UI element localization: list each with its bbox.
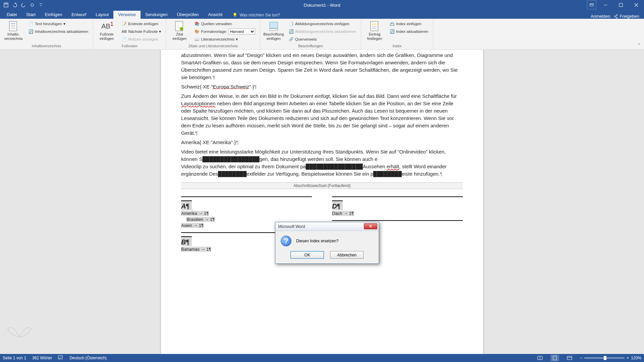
web-layout-button[interactable]	[565, 355, 574, 361]
tab-layout[interactable]: Layout	[91, 11, 113, 19]
tell-me-placeholder: Was möchten Sie tun?	[239, 13, 280, 17]
update-index-button[interactable]: 🔄Index aktualisieren	[387, 28, 430, 35]
svg-rect-1	[5, 3, 7, 4]
minimize-button[interactable]	[598, 0, 613, 10]
section-break: Abschnittswechsel (Fortlaufend)	[181, 182, 463, 189]
tab-datei[interactable]: Datei	[2, 11, 21, 19]
zoom-out-button[interactable]: −	[580, 356, 582, 360]
toc-button[interactable]: Inhalts- verzeichnis	[3, 20, 24, 42]
group-citations: —— Zitat einfügen 📚Quellen verwalten 🎨 F…	[166, 19, 260, 49]
style-label: Formatvorlage:	[201, 29, 227, 34]
citation-icon: ——	[174, 21, 185, 32]
update-index-icon: 🔄	[389, 29, 395, 34]
window-title: Dokument1 - Word	[304, 3, 340, 8]
dialog-cancel-button[interactable]: Abbrechen	[330, 251, 364, 259]
undo-button[interactable]	[11, 1, 19, 9]
body-paragraph[interactable]: Video bietet eine leistungsstarke Möglic…	[181, 148, 463, 178]
caption-caption: Beschriftung einfügen	[263, 32, 284, 41]
tab-einfuegen[interactable]: Einfügen	[40, 11, 67, 19]
chevron-down-icon: ▾	[159, 29, 161, 34]
insert-figure-index-button[interactable]: 📑Abbildungsverzeichnis einfügen	[286, 20, 358, 27]
ribbon-display-options[interactable]	[587, 0, 596, 9]
collapse-ribbon-button[interactable]: ˄	[636, 43, 642, 48]
svg-rect-20	[372, 23, 377, 25]
tab-entwurf[interactable]: Entwurf	[67, 11, 91, 19]
show-notes-icon: 📄	[121, 37, 127, 42]
tab-start[interactable]: Start	[21, 11, 40, 19]
document-area[interactable]: abzustimmen. Wenn Sie auf "Design" klick…	[0, 50, 644, 354]
insert-citation-button[interactable]: —— Zitat einfügen	[169, 20, 190, 42]
manage-sources-button[interactable]: 📚Quellen verwalten	[192, 20, 257, 27]
update-figure-label: Abbildungsverzeichnis aktualisieren	[295, 29, 356, 34]
tell-me-search[interactable]: 💡 Was möchten Sie tun?	[229, 11, 283, 19]
tab-verweise[interactable]: Verweise	[113, 11, 141, 19]
endnote-label: Endnote einfügen	[128, 22, 158, 26]
group-citations-label: Zitate und Literaturverzeichnis	[169, 44, 257, 49]
index-entry: Bahamas → 1¶	[181, 247, 211, 252]
lightbulb-icon: 💡	[232, 13, 237, 17]
print-layout-button[interactable]	[550, 355, 559, 361]
body-paragraph[interactable]: abzustimmen. Wenn Sie auf "Design" klick…	[181, 52, 463, 81]
zoom-control: − + 120%	[580, 356, 641, 360]
dialog-close-button[interactable]: ✕	[364, 223, 377, 229]
share-icon	[613, 14, 618, 19]
status-word-count[interactable]: 362 Wörter	[32, 356, 52, 360]
maximize-button[interactable]	[613, 0, 629, 10]
crossref-label: Querverweis	[295, 37, 317, 41]
insert-endnote-button[interactable]: 📝Endnote einfügen	[119, 20, 163, 27]
group-captions-label: Beschriftungen	[263, 44, 358, 49]
question-icon: ?	[281, 236, 291, 246]
group-index-label: Index	[364, 44, 430, 49]
crossref-icon: 🔗	[288, 37, 294, 42]
tab-sendungen[interactable]: Sendungen	[141, 11, 172, 19]
save-button[interactable]	[2, 1, 10, 9]
qat-customize-button[interactable]	[37, 1, 45, 9]
add-text-label: Text hinzufügen	[35, 22, 62, 26]
page[interactable]: abzustimmen. Wenn Sie auf "Design" klick…	[161, 50, 483, 354]
update-toc-button[interactable]: 🔄Inhaltsverzeichnis aktualisieren	[26, 28, 90, 35]
bibliography-icon: 📖	[194, 37, 200, 42]
insert-index-button[interactable]: 📇Index einfügen	[387, 20, 430, 27]
svg-rect-17	[270, 22, 278, 28]
add-text-button[interactable]: 📄Text hinzufügen▾	[26, 20, 90, 27]
tab-ansicht[interactable]: Ansicht	[204, 11, 227, 19]
dialog-message: Diesen Index ersetzen?	[296, 239, 338, 243]
quick-access-toolbar	[0, 1, 45, 9]
close-button[interactable]	[629, 0, 644, 10]
touch-mode-button[interactable]	[28, 1, 36, 9]
status-page[interactable]: Seite 1 von 1	[3, 356, 26, 360]
sign-in-link[interactable]: Anmelden	[591, 14, 610, 19]
mark-entry-icon	[369, 21, 380, 32]
crossref-button[interactable]: 🔗Querverweis	[286, 36, 358, 43]
xe-field-schweiz[interactable]: Schweiz{·XE·"Europa:Schweiz"·}	[181, 83, 463, 90]
next-footnote-label: Nächste Fußnote	[128, 29, 158, 34]
update-figure-index-button: 🔄Abbildungsverzeichnis aktualisieren	[286, 28, 358, 35]
bibliography-button[interactable]: 📖Literaturverzeichnis▾	[192, 36, 257, 43]
svg-text:—: —	[177, 26, 180, 29]
read-mode-button[interactable]	[536, 355, 544, 361]
mark-entry-button[interactable]: Eintrag festlegen	[364, 20, 385, 42]
body-paragraph[interactable]: Zum Ändern der Weise, in der sich ein Bi…	[181, 93, 463, 137]
zoom-slider[interactable]	[584, 357, 625, 359]
svg-rect-18	[270, 29, 278, 31]
status-language[interactable]: Deutsch (Österreich)	[69, 356, 107, 360]
spellcheck-icon[interactable]	[58, 355, 63, 361]
insert-footnote-button[interactable]: AB1 Fußnote einfügen	[96, 20, 117, 42]
group-footnotes-label: Fußnoten	[96, 44, 163, 49]
dialog-ok-button[interactable]: OK	[290, 251, 324, 259]
insert-caption-button[interactable]: Beschriftung einfügen	[263, 20, 284, 42]
citation-style-select[interactable]: 🎨 Formatvorlage: Harvard	[192, 28, 257, 35]
confirm-dialog: Microsoft Word ✕ ? Diesen Index ersetzen…	[275, 222, 379, 264]
tab-ueberpruefen[interactable]: Überprüfen	[172, 11, 204, 19]
style-dropdown[interactable]: Harvard	[228, 28, 255, 35]
chevron-down-icon: ▾	[63, 21, 65, 26]
redo-button[interactable]	[19, 1, 28, 9]
next-footnote-button[interactable]: ABNächste Fußnote▾	[119, 28, 163, 35]
dialog-titlebar[interactable]: Microsoft Word ✕	[275, 222, 379, 231]
zoom-level[interactable]: 120%	[631, 356, 641, 360]
bibliography-label: Literaturverzeichnis	[201, 37, 234, 41]
ribbon: Inhalts- verzeichnis 📄Text hinzufügen▾ 🔄…	[0, 19, 644, 50]
share-button[interactable]: Freigeben	[613, 14, 639, 19]
zoom-in-button[interactable]: +	[627, 356, 629, 360]
xe-field-amerika[interactable]: Amerika{·XE·"Amerika"·}	[181, 139, 463, 146]
